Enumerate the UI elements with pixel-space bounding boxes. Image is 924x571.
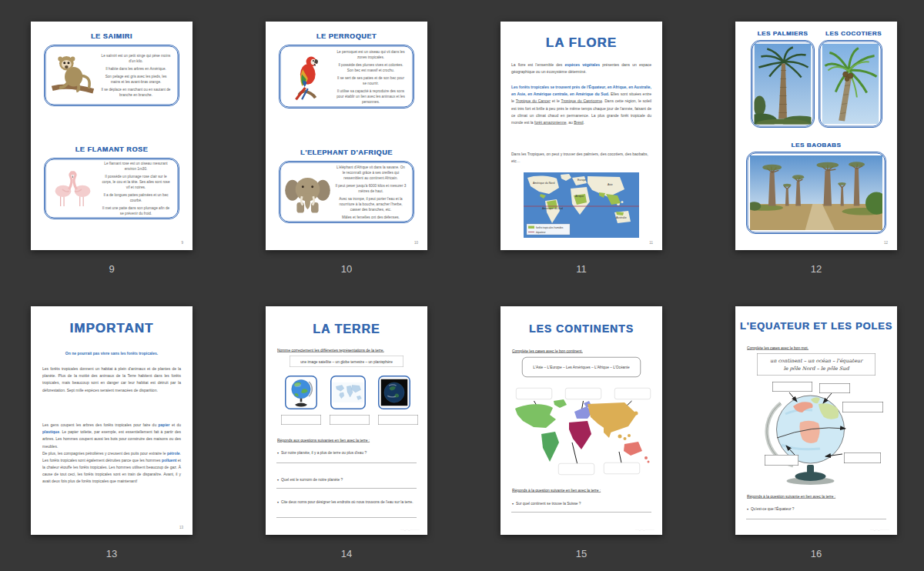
continent-answer-box-4	[558, 463, 594, 475]
legend-forest-swatch	[528, 226, 534, 229]
question-text: Sur quel continent se trouve la Suisse ?	[516, 502, 581, 506]
title-palmiers: LES PALMIERS	[747, 30, 819, 37]
elephant-text: L'éléphant d'Afrique vit dans la savane.…	[335, 161, 413, 223]
planisphere-photo	[333, 382, 363, 403]
flamant-card: Le flamant rose est un oiseau mesurant e…	[44, 158, 179, 219]
page-thumbnail-13[interactable]: IMPORTANT On ne pourrait pas vivre sans …	[31, 306, 192, 535]
tropical-forest-map: Amérique du Nord Europe Asie Afrique Amé…	[524, 172, 639, 239]
page-number: 12	[884, 241, 888, 245]
title-important: IMPORTANT	[31, 320, 192, 336]
flamant-photo	[46, 167, 100, 210]
title-saimiri: LE SAIMIRI	[31, 32, 192, 41]
globe-label-box-1	[772, 382, 812, 392]
page-number: 10	[414, 241, 418, 245]
text-segment: . Le papier toilette, par exemple, est e…	[42, 430, 181, 449]
terre-question-3: ▾Cite deux noms pour désigner les endroi…	[277, 499, 417, 505]
paragraph: Il se sert de ses pattes et de son bec p…	[336, 75, 407, 85]
footer-credit: ····–···–··········	[870, 529, 889, 531]
thumb-label-12: 12	[735, 263, 897, 275]
answer-line	[746, 519, 886, 519]
map-label-north-america: Amérique du Nord	[533, 182, 554, 185]
paragraph: L'éléphant d'Afrique vit dans la savane.…	[336, 164, 407, 180]
title-terre: LA TERRE	[266, 322, 427, 336]
paragraph: Le perroquet est un oiseau qui vit dans …	[336, 48, 407, 59]
text-segment: Les gens coupent les arbres des forêts t…	[42, 423, 159, 428]
text-segment: .	[584, 120, 584, 125]
page-14: LA TERRE Nomme correctement les différen…	[266, 306, 427, 535]
equateur-instruction: Complète les cases avec le bon mot.	[747, 346, 808, 350]
answer-line	[276, 488, 417, 489]
text-segment-underline: Brésil	[574, 120, 584, 125]
text-segment: De plus, les compagnies pétrolières y cr…	[42, 451, 167, 456]
elephant-photo	[281, 170, 335, 215]
globe-label-box-4	[765, 455, 798, 466]
bullet-icon: ▾	[512, 503, 514, 506]
saimiri-photo	[46, 51, 100, 100]
page-16: L'EQUATEUR ET LES POLES Complète les cas…	[735, 306, 897, 535]
legend-equator-label: équateur	[536, 231, 547, 234]
paragraph: Il a de longues pattes palmées et un bec…	[101, 192, 172, 203]
continents-question: ▾Sur quel continent se trouve la Suisse …	[512, 501, 651, 506]
globe-label-box-3	[842, 402, 883, 412]
paragraph: Avec sa trompe, il peut porter l'eau et …	[336, 196, 407, 212]
title-continents: LES CONTINENTS	[500, 322, 662, 335]
monkey-illustration	[49, 51, 96, 100]
page-thumbnail-11[interactable]: LA FLORE La flore est l'ensemble des esp…	[500, 22, 662, 250]
coconut-palm-photo	[822, 44, 879, 125]
map-label-europe: Europe	[578, 179, 586, 182]
terre-question-2: ▾Quel est le surnom de notre planète ?	[277, 477, 417, 483]
map-label-south-america: Amérique du Sud	[542, 207, 563, 210]
bullet-icon: ▾	[277, 479, 279, 483]
page-15: LES CONTINENTS Complète les cases avec l…	[500, 306, 662, 535]
paragraph: Le saïmiri est un petit singe qui pèse m…	[101, 53, 172, 64]
continent-answer-box-5	[604, 462, 640, 474]
map-label-africa: Afrique	[575, 195, 584, 198]
page-number: 9	[181, 241, 183, 245]
globe-label-box-5	[844, 452, 881, 463]
palm-tree-photo	[755, 44, 812, 125]
flore-paragraph-3: Dans les Tropiques, on peut y trouver de…	[511, 151, 651, 165]
saimiri-card: Le saïmiri est un petit singe qui pèse m…	[44, 45, 179, 106]
planisphere-image-card	[330, 376, 366, 409]
elephant-illustration	[284, 170, 332, 215]
important-paragraph-1: Les forêts tropicales donnent un habitat…	[42, 366, 181, 393]
text-segment-underline: Tropique du Capricorne	[561, 99, 602, 104]
terre-answer-box-2	[330, 415, 370, 425]
baobab-alley-photo	[750, 155, 882, 230]
terre-instruction: Nomme correctement les différentes repré…	[277, 348, 384, 352]
terre-word-bank: une image satellite – un globe terrestre…	[290, 356, 403, 367]
paragraph: Il possède un plumage rose clair sur le …	[101, 174, 172, 190]
terre-answer-box-1	[281, 415, 321, 425]
answer-line	[276, 462, 417, 463]
continents-word-bank: L'Asie – L'Europe – Les Amériques – L'Af…	[522, 357, 641, 377]
globe-image-card	[285, 376, 317, 409]
question-text: Qu'est-ce que l'Équateur ?	[751, 507, 795, 512]
question-text: Cite deux noms pour désigner les endroit…	[281, 500, 413, 505]
thumb-label-14: 14	[266, 548, 427, 559]
page-thumbnail-12[interactable]: LES PALMIERS LES COCOTIERS	[735, 22, 897, 250]
page-thumbnail-9[interactable]: LE SAIMIRI Le saïmiri est un petit singe…	[31, 22, 192, 250]
page-thumbnail-15[interactable]: LES CONTINENTS Complète les cases avec l…	[500, 306, 662, 535]
text-segment-highlight: pétrole	[167, 451, 180, 456]
title-elephant: L'ELEPHANT D'AFRIQUE	[266, 149, 427, 157]
text-segment-underline: forêt amazonienne	[534, 120, 566, 125]
paragraph: Il utilise sa capacité à reproduire des …	[336, 88, 407, 105]
page-thumbnail-10[interactable]: LE PERROQUET Le perroquet est un oiseau …	[266, 22, 427, 250]
page-number: 11	[649, 241, 653, 245]
flore-paragraph-1: La flore est l'ensemble des espèces végé…	[511, 62, 651, 75]
text-segment: , au	[566, 120, 574, 125]
page-thumbnail-16[interactable]: L'EQUATEUR ET LES POLES Complète les cas…	[735, 306, 897, 535]
map-label-asia: Asie	[608, 183, 613, 186]
important-paragraph-2: Les gens coupent les arbres des forêts t…	[42, 422, 181, 485]
title-flore: LA FLORE	[500, 35, 662, 50]
desk-globe-drawing	[735, 379, 897, 487]
footer-credit: ····–···–··········	[635, 529, 654, 531]
text-segment-highlight: polluent	[162, 458, 176, 462]
bullet-icon: ▾	[747, 508, 748, 512]
paragraph: Le flamant rose est un oiseau mesurant e…	[101, 161, 172, 172]
word-bank-line-1: un continent – un océan – l'équateur	[758, 357, 875, 365]
thumb-label-11: 11	[500, 263, 662, 275]
terre-answer-box-3	[378, 415, 418, 425]
pdf-thumbnail-grid: { "board": { "thumb_labels": ["9","10","…	[0, 0, 924, 571]
page-thumbnail-14[interactable]: LA TERRE Nomme correctement les différen…	[266, 306, 427, 535]
